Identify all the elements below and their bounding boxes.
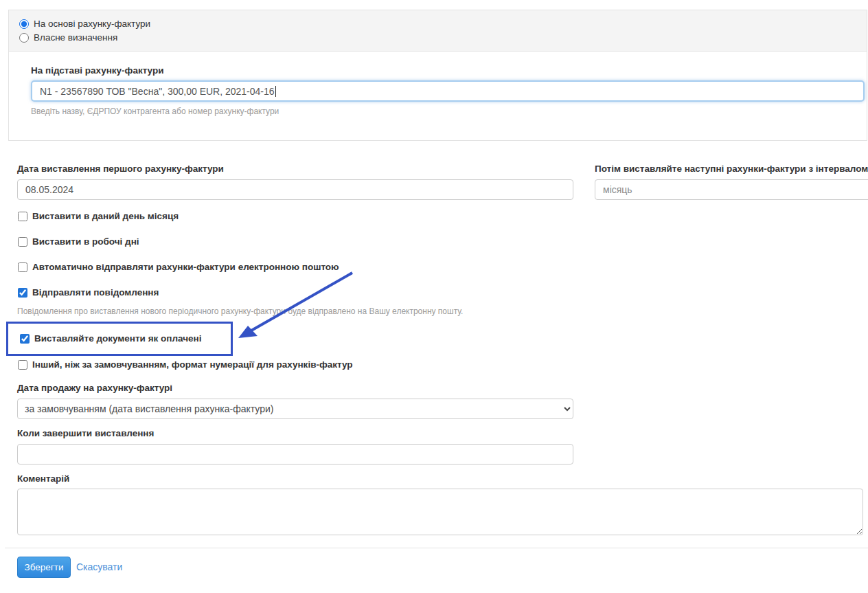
end-issuing-input[interactable]: [17, 444, 573, 465]
checkbox-row-auto-email[interactable]: Автоматично відправляти рахунки-фактури …: [18, 262, 339, 272]
checkbox-row-custom-numbering[interactable]: Інший, ніж за замовчуванням, формат нуме…: [18, 359, 353, 370]
checkbox-row-issue-as-paid[interactable]: Виставляйте документи як оплачені: [20, 333, 201, 344]
first-issue-date-input[interactable]: [17, 179, 573, 200]
checkbox-label: Відправляти повідомлення: [32, 287, 159, 298]
issue-same-day-checkbox[interactable]: [18, 212, 27, 221]
checkbox-label: Виставити в даний день місяця: [32, 211, 179, 221]
interval-input[interactable]: [595, 179, 868, 200]
checkbox-row-issue-same-day[interactable]: Виставити в даний день місяця: [18, 211, 179, 221]
checkbox-label: Виставляйте документи як оплачені: [34, 333, 201, 344]
mode-radio-custom[interactable]: [19, 33, 29, 43]
checkbox-label: Виставити в робочі дні: [32, 236, 139, 247]
checkbox-row-working-days[interactable]: Виставити в робочі дні: [18, 236, 139, 247]
save-button[interactable]: Зберегти: [17, 557, 71, 578]
end-issuing-label: Коли завершити виставлення: [17, 428, 154, 438]
checkbox-row-send-notification[interactable]: Відправляти повідомлення: [18, 287, 159, 298]
footer-divider: [5, 548, 868, 548]
mode-option-custom[interactable]: Власне визначення: [19, 32, 856, 43]
mode-selector-bar: На основі рахунку-фактури Власне визначе…: [8, 10, 867, 52]
send-notification-checkbox[interactable]: [18, 288, 27, 298]
mode-option-invoice-based[interactable]: На основі рахунку-фактури: [19, 19, 856, 29]
cancel-link[interactable]: Скасувати: [76, 561, 122, 572]
auto-email-checkbox[interactable]: [18, 262, 27, 272]
text-caret: [275, 86, 276, 97]
notification-hint: Повідомлення про виставлення нового пері…: [17, 306, 463, 316]
invoice-source-value: N1 - 23567890 ТОВ "Весна", 300,00 EUR, 2…: [40, 86, 275, 97]
invoice-source-panel: На підставі рахунку-фактури N1 - 2356789…: [8, 52, 867, 141]
sale-date-label: Дата продажу на рахунку-фактурі: [17, 383, 172, 393]
checkbox-label: Автоматично відправляти рахунки-фактури …: [32, 262, 339, 272]
checkbox-label: Інший, ніж за замовчуванням, формат нуме…: [32, 359, 353, 370]
invoice-source-hint: Введіть назву, ЄДРПОУ контрагента або но…: [31, 107, 279, 116]
mode-radio-invoice-based[interactable]: [19, 19, 29, 29]
invoice-source-label: На підставі рахунку-фактури: [31, 65, 163, 76]
mode-option-label: Власне визначення: [34, 32, 117, 43]
annotation-highlight-box: Виставляйте документи як оплачені: [6, 322, 233, 356]
sale-date-select[interactable]: за замовчуванням (дата виставлення рахун…: [17, 399, 573, 419]
issue-as-paid-checkbox[interactable]: [20, 334, 30, 344]
mode-option-label: На основі рахунку-фактури: [34, 19, 150, 29]
first-issue-date-label: Дата виставлення першого рахунку-фактури: [17, 164, 224, 174]
comment-textarea[interactable]: [17, 489, 863, 535]
comment-label: Коментарій: [17, 473, 69, 484]
working-days-checkbox[interactable]: [18, 237, 27, 247]
custom-numbering-checkbox[interactable]: [18, 360, 27, 370]
interval-label: Потім виставляйте наступні рахунки-факту…: [595, 164, 868, 174]
invoice-source-input[interactable]: N1 - 23567890 ТОВ "Весна", 300,00 EUR, 2…: [31, 80, 865, 102]
